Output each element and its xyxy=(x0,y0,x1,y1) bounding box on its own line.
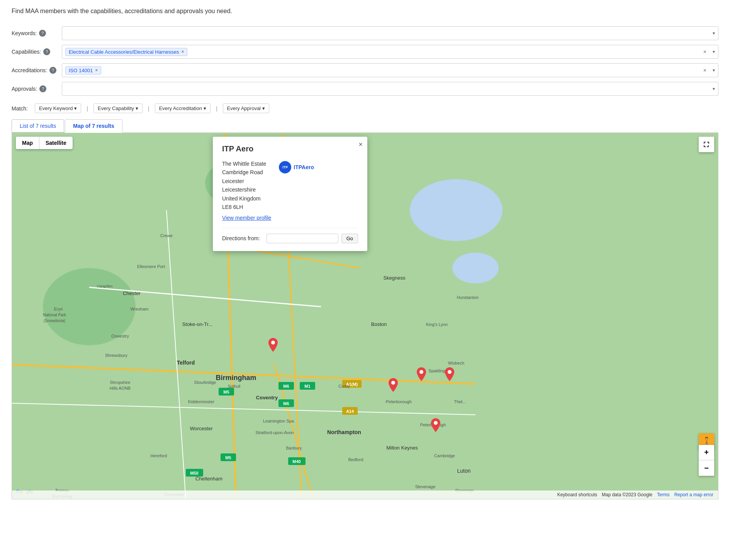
info-popup-address: The Whittle Estate Cambridge Road Leices… xyxy=(222,160,271,222)
match-keyword-select[interactable]: Every Keyword ▾ xyxy=(35,104,81,113)
map-background: M5 M6 M1 M6 M5 M40 M50 A14 A1(M) Birm xyxy=(12,133,718,499)
accreditation-tag-0: ISO 14001 × xyxy=(65,66,101,75)
map-data-credit: Map data ©2023 Google xyxy=(602,492,652,497)
map-pin-leicester[interactable] xyxy=(414,367,428,382)
svg-text:Chester: Chester xyxy=(123,290,141,296)
approvals-row: Approvals: ? ▾ xyxy=(12,82,718,96)
accreditation-tag-remove-0[interactable]: × xyxy=(95,68,98,73)
map-zoom-in-btn[interactable]: + xyxy=(699,445,714,460)
svg-text:M6: M6 xyxy=(283,401,289,406)
tab-list[interactable]: List of 7 results xyxy=(12,119,64,132)
svg-text:M50: M50 xyxy=(190,471,198,475)
directions-row: Directions from: Go xyxy=(222,228,358,243)
map-fullscreen-btn[interactable] xyxy=(699,137,714,152)
info-popup-close-btn[interactable]: × xyxy=(358,141,363,149)
svg-text:Cheltenham: Cheltenham xyxy=(195,476,222,482)
svg-text:Wrexham: Wrexham xyxy=(131,307,149,311)
capabilities-clear-btn[interactable]: × xyxy=(703,49,706,55)
svg-text:King's Lynn: King's Lynn xyxy=(426,322,448,327)
svg-text:Crewe: Crewe xyxy=(160,233,173,238)
keyboard-shortcuts[interactable]: Keyboard shortcuts xyxy=(557,492,597,497)
map-pin-telford[interactable] xyxy=(266,338,280,353)
report-link[interactable]: Report a map error xyxy=(674,492,713,497)
map-pin-east[interactable] xyxy=(443,367,457,382)
svg-text:Shrewsbury: Shrewsbury xyxy=(105,353,128,358)
accreditations-dropdown-icon[interactable]: ▾ xyxy=(713,68,715,73)
tabs-row: List of 7 results Map of 7 results xyxy=(12,119,718,132)
svg-text:M5: M5 xyxy=(225,455,231,460)
capabilities-label: Capabilities: ? xyxy=(12,48,62,55)
keywords-input[interactable] xyxy=(65,31,715,36)
approvals-input[interactable] xyxy=(65,86,715,92)
svg-text:Stourbridge: Stourbridge xyxy=(194,380,216,385)
terms-link[interactable]: Terms xyxy=(657,492,670,497)
capabilities-help-icon[interactable]: ? xyxy=(43,48,50,55)
info-popup-body: The Whittle Estate Cambridge Road Leices… xyxy=(222,160,358,222)
fullscreen-icon xyxy=(703,141,710,148)
directions-input[interactable] xyxy=(267,234,338,243)
svg-point-79 xyxy=(271,341,275,344)
svg-text:·Peterborough: ·Peterborough xyxy=(385,399,412,404)
page-description: Find MAA members with the capabilities, … xyxy=(12,8,718,15)
info-popup: × ITP Aero The Whittle Estate Cambridge … xyxy=(213,137,367,251)
match-approval-select[interactable]: Every Approval ▾ xyxy=(223,104,269,113)
svg-text:Stoke-on-Tr...: Stoke-on-Tr... xyxy=(182,321,212,327)
svg-text:Telford: Telford xyxy=(177,360,195,366)
svg-text:Ellesmere Port: Ellesmere Port xyxy=(137,264,165,269)
approvals-dropdown-icon[interactable]: ▾ xyxy=(713,86,715,92)
svg-point-1 xyxy=(410,179,503,241)
map-pin-coventry[interactable] xyxy=(386,378,400,393)
svg-text:Bedford: Bedford xyxy=(348,457,363,462)
accreditations-clear-btn[interactable]: × xyxy=(703,67,706,73)
keywords-label: Keywords: ? xyxy=(12,30,62,37)
map-pin-banbury[interactable] xyxy=(429,418,443,433)
info-popup-logo: ITP ITPAero xyxy=(279,161,314,222)
svg-text:M6: M6 xyxy=(283,384,289,389)
map-container: M5 M6 M1 M6 M5 M40 M50 A14 A1(M) Birm xyxy=(12,132,718,499)
accreditations-input-wrapper[interactable]: ISO 14001 × × ▾ xyxy=(62,63,718,77)
match-row: Match: Every Keyword ▾ | Every Capabilit… xyxy=(12,104,718,113)
svg-text:Birmingham: Birmingham xyxy=(216,374,256,382)
svg-text:Skegness: Skegness xyxy=(383,275,406,281)
view-profile-link[interactable]: View member profile xyxy=(222,214,271,222)
map-type-satellite-btn[interactable]: Satellite xyxy=(39,137,73,149)
match-accreditation-select[interactable]: Every Accreditation ▾ xyxy=(155,104,211,113)
itp-logo-text: ITPAero xyxy=(294,164,314,170)
keywords-dropdown-icon[interactable]: ▾ xyxy=(713,31,715,36)
capabilities-dropdown-icon[interactable]: ▾ xyxy=(713,49,715,54)
keywords-help-icon[interactable]: ? xyxy=(39,30,46,37)
svg-text:Leamington Spa: Leamington Spa xyxy=(263,419,294,423)
approvals-input-wrapper[interactable]: ▾ xyxy=(62,82,718,96)
svg-text:Corby: Corby xyxy=(338,384,350,389)
svg-text:Oswestry: Oswestry xyxy=(111,334,129,338)
svg-text:Kidderminster: Kidderminster xyxy=(188,399,214,404)
svg-text:M5: M5 xyxy=(223,390,229,394)
svg-point-2 xyxy=(452,253,499,283)
svg-point-82 xyxy=(448,370,452,374)
svg-text:Hills AONB: Hills AONB xyxy=(110,386,131,390)
directions-go-btn[interactable]: Go xyxy=(341,234,358,243)
svg-text:Hunstanton: Hunstanton xyxy=(457,295,479,300)
accreditations-label: Accreditations: ? xyxy=(12,67,62,74)
accreditations-help-icon[interactable]: ? xyxy=(49,67,56,74)
svg-point-81 xyxy=(419,370,423,374)
capability-tag-remove-0[interactable]: × xyxy=(181,49,184,54)
svg-text:Boston: Boston xyxy=(371,321,387,327)
map-footer: Keyboard shortcuts Map data ©2023 Google… xyxy=(12,490,718,499)
keywords-input-wrapper[interactable]: ▾ xyxy=(62,26,718,40)
match-label: Match: xyxy=(12,105,28,112)
svg-text:Stevenage: Stevenage xyxy=(415,484,436,489)
map-zoom-out-btn[interactable]: − xyxy=(699,460,714,476)
tab-map[interactable]: Map of 7 results xyxy=(65,119,122,133)
map-type-map-btn[interactable]: Map xyxy=(16,137,39,149)
svg-text:A14: A14 xyxy=(346,409,354,414)
itp-logo-icon: ITP xyxy=(279,161,291,173)
capabilities-input-wrapper[interactable]: Electrical Cable Accessories/Electrical … xyxy=(62,45,718,59)
match-capability-select[interactable]: Every Capability ▾ xyxy=(93,104,143,113)
svg-text:Worcester: Worcester xyxy=(190,426,213,431)
map-type-controls: Map Satellite xyxy=(16,137,73,149)
svg-text:Llangollen: Llangollen xyxy=(97,284,112,288)
approvals-help-icon[interactable]: ? xyxy=(39,85,46,92)
page-wrapper: Find MAA members with the capabilities, … xyxy=(0,0,730,560)
svg-text:Stratford-upon-Avon: Stratford-upon-Avon xyxy=(256,430,294,435)
